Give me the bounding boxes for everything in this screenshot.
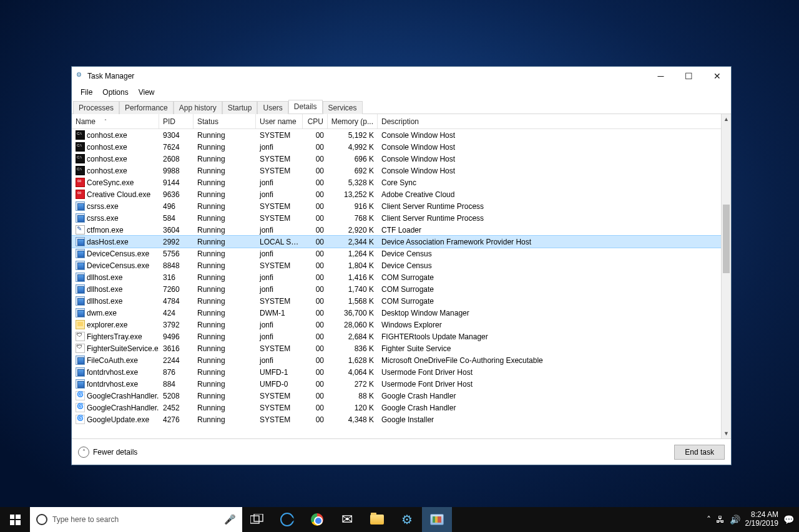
tab-startup[interactable]: Startup: [222, 101, 258, 114]
taskbar-chrome[interactable]: [302, 507, 332, 532]
process-row[interactable]: fontdrvhost.exe876RunningUMFD-1004,064 K…: [72, 366, 721, 378]
process-row[interactable]: csrss.exe496RunningSYSTEM00916 KClient S…: [72, 200, 721, 212]
process-row[interactable]: explorer.exe3792Runningjonfi0028,060 KWi…: [72, 319, 721, 331]
column-header-name[interactable]: Name˄: [72, 114, 159, 128]
tab-details[interactable]: Details: [288, 100, 323, 114]
tray-overflow-icon[interactable]: ˄: [707, 515, 711, 525]
scroll-down-arrow-icon[interactable]: ▼: [722, 428, 731, 438]
process-description: COM Surrogate: [378, 285, 721, 294]
process-status: Running: [194, 238, 256, 246]
process-row[interactable]: DeviceCensus.exe5756Runningjonfi001,264 …: [72, 248, 721, 259]
process-icon: [76, 249, 85, 258]
process-icon: [76, 308, 85, 317]
process-status: Running: [194, 131, 256, 140]
tab-performance[interactable]: Performance: [119, 101, 174, 114]
process-row[interactable]: conhost.exe9304RunningSYSTEM005,192 KCon…: [72, 129, 721, 141]
process-description: Console Window Host: [378, 131, 721, 140]
end-task-button[interactable]: End task: [674, 445, 725, 460]
process-row[interactable]: csrss.exe584RunningSYSTEM00768 KClient S…: [72, 212, 721, 224]
vertical-scrollbar[interactable]: ▲ ▼: [721, 114, 731, 438]
minimize-button[interactable]: ─: [647, 67, 675, 85]
process-row[interactable]: GoogleCrashHandler...5208RunningSYSTEM00…: [72, 390, 721, 402]
taskbar-icons: ✉ ⚙: [242, 507, 452, 532]
action-center-icon[interactable]: 💬: [783, 515, 794, 525]
process-description: Core Sync: [378, 178, 721, 187]
process-row[interactable]: FightersTray.exe9496Runningjonfi002,684 …: [72, 331, 721, 342]
taskbar-file-explorer[interactable]: [362, 507, 392, 532]
process-cpu: 00: [303, 249, 328, 258]
process-user: jonfi: [256, 178, 303, 187]
close-button[interactable]: ✕: [703, 67, 731, 85]
tray-clock[interactable]: 8:24 AM 2/19/2019: [745, 511, 778, 528]
process-row[interactable]: dasHost.exe2992RunningLOCAL SE...002,344…: [72, 236, 721, 248]
process-user: jonfi: [256, 226, 303, 235]
process-cpu: 00: [303, 190, 328, 199]
titlebar[interactable]: Task Manager ─ ☐ ✕: [72, 67, 731, 85]
process-row[interactable]: fontdrvhost.exe884RunningUMFD-000272 KUs…: [72, 378, 721, 390]
process-pid: 424: [159, 309, 194, 317]
process-row[interactable]: conhost.exe7624Runningjonfi004,992 KCons…: [72, 141, 721, 153]
fewer-details-button[interactable]: ˄ Fewer details: [78, 447, 137, 458]
process-description: COM Surrogate: [378, 273, 721, 282]
column-header-cpu[interactable]: CPU: [303, 114, 328, 128]
tab-processes[interactable]: Processes: [73, 101, 119, 114]
taskbar-edge[interactable]: [272, 507, 302, 532]
process-memory: 696 K: [328, 155, 378, 163]
process-row[interactable]: dwm.exe424RunningDWM-10036,700 KDesktop …: [72, 307, 721, 319]
details-grid: Name˄ PID Status User name CPU Memory (p…: [72, 114, 731, 438]
process-row[interactable]: conhost.exe9988RunningSYSTEM00692 KConso…: [72, 165, 721, 177]
process-row[interactable]: GoogleUpdate.exe4276RunningSYSTEM004,348…: [72, 414, 721, 425]
microphone-icon[interactable]: 🎤: [224, 514, 236, 525]
process-rows: conhost.exe9304RunningSYSTEM005,192 KCon…: [72, 129, 721, 438]
process-row[interactable]: Creative Cloud.exe9636Runningjonfi0013,2…: [72, 188, 721, 200]
tray-network-icon[interactable]: 🖧: [716, 515, 725, 525]
process-row[interactable]: FileCoAuth.exe2244Runningjonfi001,628 KM…: [72, 354, 721, 366]
process-user: SYSTEM: [256, 404, 303, 412]
process-user: LOCAL SE...: [256, 238, 303, 246]
process-row[interactable]: dllhost.exe7260Runningjonfi001,740 KCOM …: [72, 283, 721, 295]
process-row[interactable]: GoogleCrashHandler...2452RunningSYSTEM00…: [72, 402, 721, 414]
taskbar-settings-app[interactable]: ⚙: [392, 507, 422, 532]
process-row[interactable]: dllhost.exe4784RunningSYSTEM001,568 KCOM…: [72, 295, 721, 307]
taskbar-mail[interactable]: ✉: [332, 507, 362, 532]
maximize-button[interactable]: ☐: [675, 67, 703, 85]
process-row[interactable]: DeviceCensus.exe8848RunningSYSTEM001,804…: [72, 259, 721, 271]
tab-users[interactable]: Users: [257, 101, 288, 114]
column-header-memory[interactable]: Memory (p...: [328, 114, 378, 128]
column-header-status[interactable]: Status: [194, 114, 256, 128]
process-description: Usermode Font Driver Host: [378, 380, 721, 389]
menu-options[interactable]: Options: [97, 87, 133, 98]
column-header-username[interactable]: User name: [256, 114, 303, 128]
column-header-description[interactable]: Description: [378, 114, 731, 128]
process-icon: [76, 379, 85, 389]
tab-app-history[interactable]: App history: [174, 101, 222, 114]
tray-volume-icon[interactable]: 🔊: [730, 515, 740, 525]
process-row[interactable]: CoreSync.exe9144Runningjonfi005,328 KCor…: [72, 177, 721, 188]
process-user: UMFD-0: [256, 380, 303, 389]
task-view-button[interactable]: [242, 507, 272, 532]
process-cpu: 00: [303, 368, 328, 377]
menu-view[interactable]: View: [134, 87, 160, 98]
process-status: Running: [194, 143, 256, 152]
taskbar-task-manager[interactable]: [422, 507, 452, 532]
process-user: jonfi: [256, 190, 303, 199]
search-box[interactable]: Type here to search 🎤: [30, 507, 242, 532]
process-memory: 28,060 K: [328, 321, 378, 329]
process-user: jonfi: [256, 273, 303, 282]
scrollbar-thumb[interactable]: [723, 205, 730, 273]
process-status: Running: [194, 297, 256, 306]
column-header-pid[interactable]: PID: [159, 114, 194, 128]
tab-services[interactable]: Services: [323, 101, 363, 114]
start-button[interactable]: [0, 507, 30, 532]
scroll-up-arrow-icon[interactable]: ▲: [722, 114, 731, 124]
menu-file[interactable]: File: [76, 87, 97, 98]
process-pid: 884: [159, 380, 194, 389]
process-row[interactable]: conhost.exe2608RunningSYSTEM00696 KConso…: [72, 153, 721, 165]
process-status: Running: [194, 155, 256, 163]
process-memory: 2,920 K: [328, 226, 378, 235]
sort-ascending-icon: ˄: [104, 118, 107, 124]
process-row[interactable]: ctfmon.exe3604Runningjonfi002,920 KCTF L…: [72, 224, 721, 236]
process-row[interactable]: dllhost.exe316Runningjonfi001,416 KCOM S…: [72, 271, 721, 283]
process-row[interactable]: FighterSuiteService.e...3616RunningSYSTE…: [72, 342, 721, 354]
taskbar: Type here to search 🎤 ✉ ⚙ ˄ 🖧 🔊 8:24 AM …: [0, 507, 799, 532]
